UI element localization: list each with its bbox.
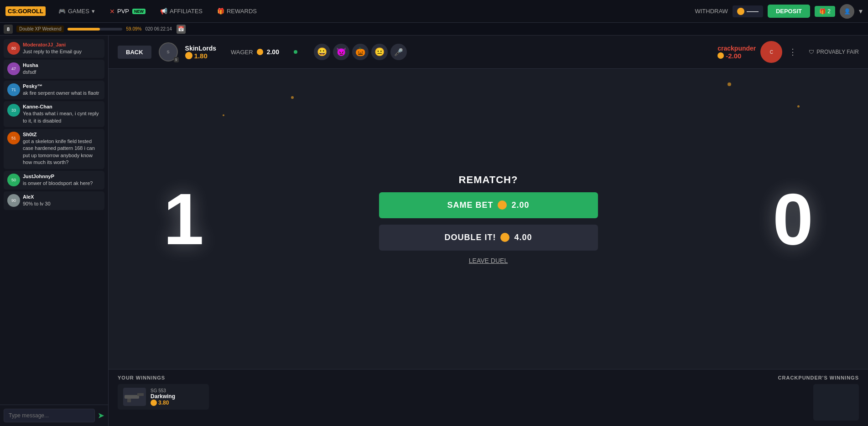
emoji-row: 😀 👿 🎃 😐 🎤 [314,44,407,60]
decor-dot-1 [291,96,294,99]
skinlords-balance: 1.80 [185,52,216,60]
your-winnings-label: YOUR WINNINGS [118,375,484,380]
chat-input[interactable] [4,409,95,422]
svg-rect-2 [127,399,131,402]
mod-label: Moderator [23,42,47,47]
chat-username: Pesky™ [23,83,101,89]
chat-msg-content: Sh0tZ got a skeleton knife field tested … [23,132,101,166]
pvp-new-badge: NEW [132,9,146,14]
logo[interactable]: CS:GOROLL [5,6,46,16]
chat-avatar: 51 [7,132,20,144]
nav-affiliates[interactable]: 📢 AFFILIATES [155,5,208,17]
chat-avatar: 90 [7,194,20,207]
chevron-down-icon: ▾ [92,8,95,15]
chat-msg-content: Pesky™ ak fire serpent owner what is fla… [23,83,101,97]
provably-fair-button[interactable]: 🛡 PROVABLY FAIR [809,49,859,55]
same-bet-coin [498,200,507,210]
chat-text: got a skeleton knife field tested case h… [23,138,101,166]
decor-dot-3 [797,105,800,108]
emoji-devil-button[interactable]: 👿 [333,44,349,60]
nav-chevron-icon: ▾ [859,7,863,15]
chat-message: 47 Husha dsfsdf [4,60,104,78]
item-name: Darkwing [151,393,175,400]
item-type: SG 553 [151,388,175,393]
same-bet-value: 2.00 [511,200,529,210]
xp-level: 8 [4,25,13,34]
wager-label: WAGER [231,49,253,56]
chat-username: AleX [23,194,101,200]
chat-username: Husha [23,62,101,68]
double-it-value: 4.00 [514,233,532,242]
nav-games[interactable]: 🎮 GAMES ▾ [53,5,100,17]
leave-duel-button[interactable]: LEAVE DUEL [469,257,508,264]
wager-coin [257,49,263,55]
chat-message: 51 Sh0tZ got a skeleton knife field test… [4,129,104,169]
notifications-button[interactable]: 🎁 2 [815,6,835,17]
sidebar-chat: 80 ModeratorJJ_Jani Just reply to the Em… [0,36,109,426]
chat-message: 90 AleX 90% to lv 30 [4,191,104,210]
emoji-pumpkin-button[interactable]: 🎃 [352,44,369,60]
xp-time: 020 06:22:14 [145,26,172,31]
chat-text: is onwer of bloodsport ak here? [23,180,101,187]
chat-message: 71 Pesky™ ak fire serpent owner what is … [4,81,104,99]
item-details: SG 553 Darkwing 3.80 [151,388,175,406]
chat-avatar: 80 [7,42,20,55]
chat-send-button[interactable]: ➤ [98,411,104,421]
double-coin [500,233,509,242]
chat-message: 50 JustJohnnyP is onwer of bloodsport ak… [4,171,104,190]
chat-msg-content: AleX 90% to lv 30 [23,194,101,207]
user-icon: 👤 [844,8,851,15]
xp-level-badge2: 📅 [177,25,186,34]
withdraw-button[interactable]: WITHDRAW [695,8,728,15]
chat-msg-content: Husha dsfsdf [23,62,101,76]
item-image [123,388,146,406]
chat-avatar: 47 [7,62,20,75]
balance-display: —— [733,5,763,17]
deposit-button[interactable]: DEPOSIT [768,5,810,18]
chat-username: Sh0tZ [23,132,101,137]
top-nav: CS:GOROLL 🎮 GAMES ▾ ✕ PVP NEW 📢 AFFILIAT… [0,0,868,23]
game-header: BACK S 9 SkinLords 1.80 WAGER 2.00 [109,36,868,69]
skinlords-info: SkinLords 1.80 [185,45,216,60]
options-icon[interactable]: ⋮ [789,47,797,57]
score-right: 0 [773,177,813,261]
winnings-section: YOUR WINNINGS SG 553 Darkwing [109,369,868,426]
back-button[interactable]: BACK [118,46,151,59]
chat-msg-content: ModeratorJJ_Jani Just reply to the Email… [23,42,101,55]
winning-item: SG 553 Darkwing 3.80 [118,384,209,410]
item-coin [151,400,157,406]
wager-row: WAGER 2.00 [231,48,279,56]
item-price: 3.80 [151,400,175,406]
svg-rect-1 [137,393,144,396]
opponent-balance: -2.00 [717,52,756,60]
gun-svg [124,389,146,405]
skinlords-badge: 9 [174,57,179,62]
logo-text: CS:GOROLL [5,6,46,16]
chat-avatar: 33 [7,104,20,117]
emoji-happy-button[interactable]: 😀 [314,44,330,60]
double-it-label: DOUBLE IT! [444,233,496,242]
game-area: 1 REMATCH? SAME BET 2.00 DOUBLE IT! 4.00… [109,69,868,369]
chat-msg-content: JustJohnnyP is onwer of bloodsport ak he… [23,174,101,187]
pvp-icon: ✕ [109,8,115,15]
same-bet-button[interactable]: SAME BET 2.00 [379,192,598,218]
rematch-title: REMATCH? [459,174,518,186]
mic-button[interactable]: 🎤 [390,44,407,60]
chat-msg-content: Kanne-Chan Yea thats what i mean, i cynt… [23,104,101,124]
nav-rewards[interactable]: 🎁 REWARDS [212,5,262,17]
opponent-avatar: C [760,41,782,63]
rematch-panel: REMATCH? SAME BET 2.00 DOUBLE IT! 4.00 L… [379,174,598,264]
chat-message: 33 Kanne-Chan Yea thats what i mean, i c… [4,101,104,127]
score-left: 1 [163,177,204,261]
chat-input-row: ➤ [0,405,108,426]
chat-avatar: 71 [7,83,20,96]
xp-bar-row: 8 Double XP Weekend 59.09% 020 06:22:14 … [0,23,868,36]
user-avatar-nav[interactable]: 👤 [840,4,854,19]
double-it-button[interactable]: DOUBLE IT! 4.00 [379,225,598,251]
emoji-neutral-button[interactable]: 😐 [371,44,388,60]
wager-value: 2.00 [267,48,279,56]
nav-pvp[interactable]: ✕ PVP NEW [104,5,151,18]
affiliates-icon: 📢 [160,8,167,15]
opponent-item-placeholder [813,384,859,421]
decor-dot-4 [223,114,224,116]
